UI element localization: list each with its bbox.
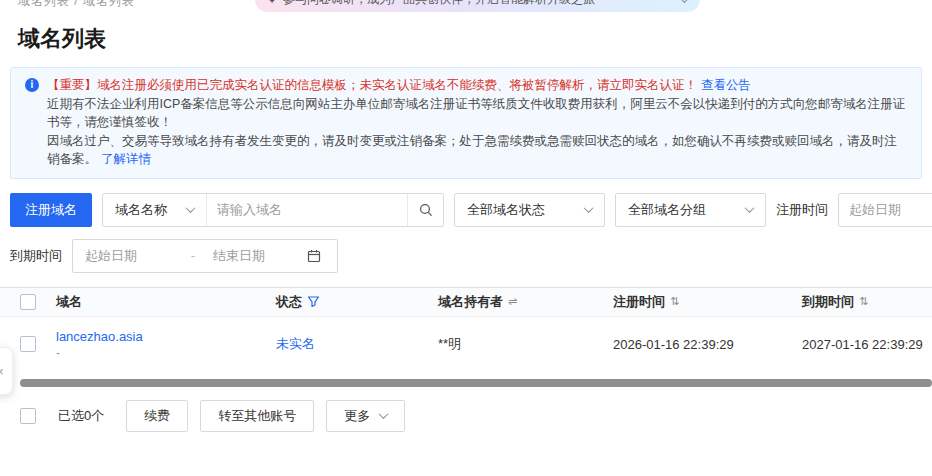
filter-bar: 注册域名 域名名称 全部域名状态 全部域名分组 注册时间 [10, 193, 932, 227]
transfer-account-button[interactable]: 转至其他账号 [200, 400, 314, 432]
col-header-status: 状态 [276, 293, 302, 311]
breadcrumb[interactable]: 域名列表 / 域名列表 [18, 0, 135, 10]
info-icon: i [25, 78, 39, 92]
sparkle-icon: ✦ [267, 0, 277, 7]
selected-count: 已选0个 [58, 407, 104, 425]
filter-funnel-icon[interactable] [307, 295, 320, 308]
register-time-cell: 2026-01-16 22:39:29 [613, 337, 802, 352]
domain-status-value: 全部域名状态 [467, 201, 545, 219]
notice-line-1-text: 【重要】域名注册必须使用已完成实名认证的信息模板；未实名认证域名不能续费、将被暂… [47, 78, 697, 92]
domain-group-value: 全部域名分组 [628, 201, 706, 219]
sort-icon[interactable]: ⇅ [859, 295, 868, 308]
expire-date-range: - [72, 239, 338, 273]
notice-line-3: 因域名过户、交易等导致域名持有者发生变更的，请及时变更或注销备案；处于急需续费或… [25, 132, 907, 169]
chevron-down-icon [680, 0, 690, 3]
row-checkbox[interactable] [20, 336, 36, 352]
select-all-checkbox[interactable] [20, 294, 36, 310]
collapse-panel-handle[interactable]: × [0, 347, 13, 395]
col-header-register-time: 注册时间 [613, 293, 665, 311]
notice-banner: i 【重要】域名注册必须使用已完成实名认证的信息模板；未实名认证域名不能续费、将… [10, 67, 922, 179]
search-type-label: 域名名称 [115, 201, 167, 219]
more-button[interactable]: 更多 [326, 400, 405, 432]
chevron-down-icon [584, 203, 594, 213]
search-input[interactable] [207, 202, 407, 217]
domain-group-select[interactable]: 全部域名分组 [615, 193, 766, 227]
search-icon [419, 203, 433, 217]
chevron-down-icon [186, 203, 196, 213]
domain-table: 域名 状态 域名持有者 ⇌ 注册时间 ⇅ 到期时间 ⇅ lancezhao.as… [0, 287, 932, 372]
table-header-row: 域名 状态 域名持有者 ⇌ 注册时间 ⇅ 到期时间 ⇅ [0, 287, 932, 317]
action-bar: 已选0个 续费 转至其他账号 更多 [0, 400, 932, 432]
promo-text: 参与问卷调研，成为产品共创伙伴，开启智能解析升级之旅 [283, 0, 595, 8]
domain-link[interactable]: lancezhao.asia [56, 329, 276, 344]
action-select-all-checkbox[interactable] [20, 408, 36, 424]
notice-line-2: 近期有不法企业利用ICP备案信息等公示信息向网站主办单位邮寄域名注册证书等纸质文… [25, 95, 907, 132]
expire-filter-bar: 到期时间 - [10, 239, 932, 273]
notice-line-3-text: 因域名过户、交易等导致域名持有者发生变更的，请及时变更或注销备案；处于急需续费或… [47, 134, 897, 167]
scrollbar-thumb[interactable] [20, 379, 932, 387]
expire-start-input[interactable] [83, 247, 175, 264]
domain-sub-text: - [56, 346, 276, 360]
promo-banner[interactable]: ✦ 参与问卷调研，成为产品共创伙伴，开启智能解析升级之旅 [255, 0, 700, 12]
notice-line-1: i 【重要】域名注册必须使用已完成实名认证的信息模板；未实名认证域名不能续费、将… [25, 76, 907, 95]
holder-toggle-icon[interactable]: ⇌ [508, 295, 517, 308]
expire-end-input[interactable] [211, 247, 303, 264]
page-title: 域名列表 [18, 25, 932, 52]
search-type-select[interactable]: 域名名称 [103, 194, 207, 226]
col-header-domain: 域名 [56, 293, 82, 311]
col-header-holder: 域名持有者 [438, 293, 503, 311]
expire-time-label: 到期时间 [10, 247, 62, 265]
holder-cell: **明 [438, 335, 613, 353]
search-button[interactable] [407, 194, 443, 226]
calendar-icon[interactable] [307, 249, 321, 263]
table-row: lancezhao.asia - 未实名 **明 2026-01-16 22:3… [0, 317, 932, 372]
expire-time-cell: 2027-01-16 22:39:29 [802, 337, 932, 352]
register-time-start-input[interactable] [838, 193, 932, 227]
register-time-label: 注册时间 [776, 201, 828, 219]
domain-status-select[interactable]: 全部域名状态 [454, 193, 605, 227]
more-button-label: 更多 [344, 407, 370, 425]
collapse-icon: × [0, 364, 4, 379]
sort-icon[interactable]: ⇅ [670, 295, 679, 308]
view-announcement-link[interactable]: 查看公告 [701, 78, 751, 92]
top-strip: 域名列表 / 域名列表 ✦ 参与问卷调研，成为产品共创伙伴，开启智能解析升级之旅 [0, 0, 932, 12]
register-domain-button[interactable]: 注册域名 [10, 193, 92, 227]
horizontal-scrollbar: ◂ [0, 378, 932, 388]
chevron-down-icon [745, 203, 755, 213]
learn-more-link[interactable]: 了解详情 [101, 152, 151, 166]
renew-button[interactable]: 续费 [126, 400, 188, 432]
domain-search-group: 域名名称 [102, 193, 444, 227]
status-link[interactable]: 未实名 [276, 336, 315, 351]
chevron-down-icon [379, 409, 389, 419]
date-range-separator: - [179, 248, 207, 263]
col-header-expire-time: 到期时间 [802, 293, 854, 311]
